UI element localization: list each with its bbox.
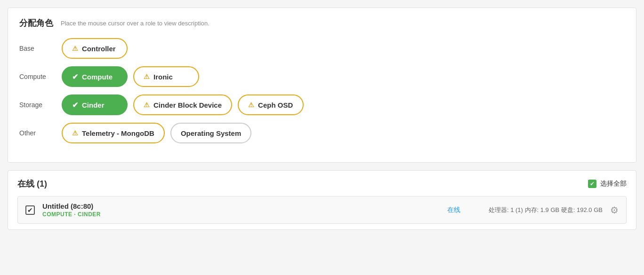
select-all-control[interactable]: ✔ 选择全部 — [588, 180, 627, 188]
role-row-base: Base ⚠ Controller — [19, 38, 625, 59]
role-label-storage: Storage — [19, 101, 62, 109]
node-roles: COMPUTE · CINDER — [42, 211, 419, 218]
role-buttons-other: ⚠ Telemetry - MongoDB Operating System — [62, 123, 251, 143]
online-title: 在线 (1) — [17, 178, 47, 189]
node-checkbox[interactable]: ✔ — [25, 205, 35, 215]
online-section: 在线 (1) ✔ 选择全部 ✔ Untitled (8c:80) COMPUTE… — [8, 170, 636, 230]
node-row: ✔ Untitled (8c:80) COMPUTE · CINDER 在线 处… — [17, 196, 627, 224]
role-btn-ceph-osd-label: Ceph OSD — [258, 101, 293, 109]
role-btn-cinder-block-device[interactable]: ⚠ Cinder Block Device — [133, 94, 232, 115]
role-buttons-storage: ✔ Cinder ⚠ Cinder Block Device ⚠ Ceph OS… — [62, 94, 304, 115]
role-section-hint: Place the mouse cursor over a role to vi… — [61, 20, 209, 27]
select-all-checkbox[interactable]: ✔ — [588, 180, 596, 188]
warning-icon-telemetry: ⚠ — [72, 129, 78, 137]
role-label-compute: Compute — [19, 73, 62, 80]
role-btn-ironic-label: Ironic — [153, 73, 173, 81]
role-header: 分配角色 Place the mouse cursor over a role … — [19, 17, 625, 29]
role-btn-telemetry[interactable]: ⚠ Telemetry - MongoDB — [62, 123, 165, 143]
warning-icon-controller: ⚠ — [72, 45, 78, 52]
role-btn-ceph-osd[interactable]: ⚠ Ceph OSD — [238, 94, 304, 115]
warning-icon-ceph-osd: ⚠ — [248, 101, 254, 109]
role-btn-cinder[interactable]: ✔ Cinder — [62, 94, 128, 115]
role-buttons-compute: ✔ Compute ⚠ Ironic — [62, 66, 199, 87]
role-btn-compute[interactable]: ✔ Compute — [62, 66, 128, 87]
select-all-label: 选择全部 — [600, 180, 627, 188]
check-icon-compute: ✔ — [72, 72, 78, 81]
warning-icon-cinder-block: ⚠ — [144, 101, 150, 109]
role-btn-telemetry-label: Telemetry - MongoDB — [82, 129, 154, 137]
role-btn-os-label: Operating System — [181, 129, 241, 137]
gear-icon[interactable]: ⚙ — [610, 204, 619, 216]
role-label-other: Other — [19, 129, 62, 137]
role-label-base: Base — [19, 45, 62, 52]
warning-icon-ironic: ⚠ — [144, 73, 150, 80]
online-count: (1) — [37, 179, 47, 189]
role-assignment-section: 分配角色 Place the mouse cursor over a role … — [8, 8, 636, 163]
role-btn-operating-system[interactable]: Operating System — [170, 123, 251, 143]
role-btn-controller-label: Controller — [82, 45, 116, 53]
node-name: Untitled (8c:80) — [42, 202, 419, 210]
role-btn-cinder-block-label: Cinder Block Device — [153, 101, 222, 109]
check-icon-cinder: ✔ — [72, 101, 78, 110]
role-row-other: Other ⚠ Telemetry - MongoDB Operating Sy… — [19, 123, 625, 143]
role-btn-cinder-label: Cinder — [82, 101, 105, 109]
node-specs: 处理器: 1 (1) 内存: 1.9 GB 硬盘: 192.0 GB — [489, 206, 603, 214]
role-buttons-base: ⚠ Controller — [62, 38, 128, 59]
node-info: Untitled (8c:80) COMPUTE · CINDER — [42, 202, 419, 218]
online-header: 在线 (1) ✔ 选择全部 — [17, 178, 627, 189]
role-section-title: 分配角色 — [19, 17, 53, 29]
role-btn-compute-label: Compute — [82, 73, 113, 81]
role-row-compute: Compute ✔ Compute ⚠ Ironic — [19, 66, 625, 87]
role-btn-ironic[interactable]: ⚠ Ironic — [133, 66, 199, 87]
online-title-text: 在线 — [17, 179, 34, 189]
role-btn-controller[interactable]: ⚠ Controller — [62, 38, 128, 59]
role-row-storage: Storage ✔ Cinder ⚠ Cinder Block Device ⚠… — [19, 94, 625, 115]
node-status: 在线 — [447, 206, 460, 214]
